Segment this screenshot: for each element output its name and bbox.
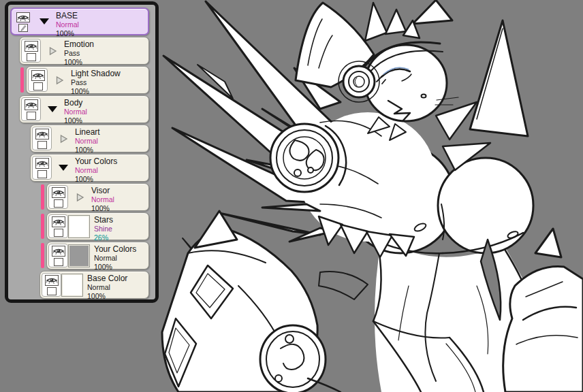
layer-name: Your Colors bbox=[75, 157, 117, 165]
layer-info: BASE Normal 100% bbox=[56, 9, 79, 34]
layer-name: Emotion bbox=[64, 40, 94, 48]
layer-checkbox[interactable] bbox=[54, 258, 63, 266]
layer-thumbnail[interactable] bbox=[61, 274, 83, 297]
layer-row-light-shadow[interactable]: Light Shadow Pass 100% bbox=[26, 66, 149, 94]
visibility-column bbox=[48, 244, 68, 267]
clipping-stripe bbox=[41, 184, 44, 210]
layer-opacity: 26% bbox=[94, 233, 113, 242]
layer-blend-mode: Shine bbox=[94, 225, 113, 233]
layer-checkbox[interactable] bbox=[54, 229, 63, 237]
expand-triangle-icon[interactable] bbox=[59, 165, 68, 171]
layer-thumbnail[interactable] bbox=[68, 215, 90, 238]
layer-row-visor[interactable]: Visor Normal 100% bbox=[46, 183, 149, 211]
layer-opacity: 100% bbox=[75, 146, 100, 154]
visibility-eye-icon[interactable] bbox=[52, 246, 65, 257]
layer-row-base-color[interactable]: Base Color Normal 100% bbox=[40, 271, 149, 299]
layer-checkbox[interactable] bbox=[27, 112, 36, 120]
layer-thumbnail[interactable] bbox=[68, 244, 90, 267]
layer-opacity: 100% bbox=[75, 175, 117, 183]
layer-opacity: 100% bbox=[94, 263, 136, 271]
layer-blend-mode: Normal bbox=[75, 166, 117, 174]
layer-info: Base Color Normal 100% bbox=[87, 272, 127, 298]
layer-info: Your Colors Normal 100% bbox=[75, 154, 117, 181]
visibility-column bbox=[32, 127, 52, 150]
visibility-eye-icon[interactable] bbox=[35, 129, 49, 140]
layer-name: Light Shadow bbox=[71, 69, 121, 78]
layer-blend-mode: Pass bbox=[64, 49, 94, 57]
visibility-eye-icon[interactable] bbox=[16, 12, 30, 22]
layer-row-base[interactable]: BASE Normal 100% bbox=[10, 7, 149, 35]
layer-name: Stars bbox=[94, 216, 113, 224]
edit-pencil-icon[interactable] bbox=[18, 24, 28, 32]
visibility-column bbox=[32, 156, 52, 180]
layer-info: Body Normal 100% bbox=[64, 96, 87, 122]
visibility-column bbox=[21, 97, 41, 121]
layer-opacity: 100% bbox=[64, 58, 94, 66]
visibility-eye-icon[interactable] bbox=[45, 275, 59, 286]
layer-row-your-colors-2[interactable]: Your Colors Normal 100% bbox=[46, 242, 149, 270]
visibility-column bbox=[21, 39, 41, 63]
collapse-triangle-icon[interactable] bbox=[54, 76, 64, 85]
layer-row-your-colors[interactable]: Your Colors Normal 100% bbox=[30, 154, 149, 182]
visibility-eye-icon[interactable] bbox=[52, 187, 65, 198]
visibility-eye-icon[interactable] bbox=[25, 41, 38, 52]
visibility-column bbox=[48, 214, 68, 238]
layer-info: Emotion Pass 100% bbox=[64, 37, 94, 64]
layer-row-lineart[interactable]: Lineart Normal 100% bbox=[30, 125, 149, 152]
layer-name: Base Color bbox=[87, 274, 127, 282]
layer-info: Lineart Normal 100% bbox=[75, 125, 100, 152]
expand-triangle-icon[interactable] bbox=[48, 106, 57, 112]
layer-name: Lineart bbox=[75, 128, 100, 136]
visibility-eye-icon[interactable] bbox=[31, 70, 45, 81]
layer-blend-mode: Normal bbox=[87, 283, 127, 291]
layer-opacity: 100% bbox=[87, 292, 127, 300]
layer-info: Light Shadow Pass 100% bbox=[71, 67, 121, 93]
layer-checkbox[interactable] bbox=[27, 53, 36, 61]
expand-triangle-icon[interactable] bbox=[40, 18, 49, 24]
app-window: BASE Normal 100% Emotion Pass 100% bbox=[0, 0, 583, 392]
layer-checkbox[interactable] bbox=[37, 170, 47, 178]
visibility-column bbox=[13, 10, 33, 33]
collapse-triangle-icon[interactable] bbox=[59, 134, 68, 144]
visibility-column bbox=[48, 185, 68, 209]
layer-blend-mode: Normal bbox=[91, 195, 114, 203]
layer-blend-mode: Normal bbox=[56, 20, 79, 29]
layer-opacity: 100% bbox=[64, 116, 87, 125]
layer-blend-mode: Normal bbox=[75, 137, 100, 145]
layer-name: Visor bbox=[91, 186, 114, 195]
layer-opacity: 100% bbox=[91, 204, 114, 212]
layer-row-stars[interactable]: Stars Shine 26% bbox=[46, 212, 149, 240]
clipping-stripe bbox=[41, 243, 44, 268]
layer-info: Your Colors Normal 100% bbox=[94, 242, 136, 269]
layer-row-emotion[interactable]: Emotion Pass 100% bbox=[19, 37, 149, 65]
collapse-triangle-icon[interactable] bbox=[75, 193, 84, 202]
clipping-stripe bbox=[20, 67, 24, 93]
layer-checkbox[interactable] bbox=[54, 199, 63, 208]
visibility-column bbox=[42, 273, 61, 297]
layer-info: Visor Normal 100% bbox=[91, 184, 114, 210]
layer-opacity: 100% bbox=[71, 87, 121, 95]
collapse-triangle-icon[interactable] bbox=[48, 46, 57, 56]
layers-panel: BASE Normal 100% Emotion Pass 100% bbox=[5, 1, 159, 303]
visibility-eye-icon[interactable] bbox=[35, 158, 49, 169]
layer-checkbox[interactable] bbox=[37, 141, 47, 149]
layer-row-body[interactable]: Body Normal 100% bbox=[19, 95, 149, 123]
layer-name: Body bbox=[64, 99, 87, 107]
layer-checkbox[interactable] bbox=[33, 82, 43, 91]
clipping-stripe bbox=[41, 214, 44, 239]
visibility-eye-icon[interactable] bbox=[25, 99, 38, 110]
visibility-column bbox=[28, 68, 48, 92]
layer-checkbox[interactable] bbox=[47, 287, 57, 295]
layer-blend-mode: Pass bbox=[71, 78, 121, 86]
layer-name: BASE bbox=[56, 12, 79, 20]
layer-name: Your Colors bbox=[94, 245, 136, 253]
visibility-eye-icon[interactable] bbox=[52, 216, 65, 227]
layer-blend-mode: Normal bbox=[64, 108, 87, 116]
layer-info: Stars Shine 26% bbox=[94, 213, 113, 240]
layer-blend-mode: Normal bbox=[94, 254, 136, 262]
